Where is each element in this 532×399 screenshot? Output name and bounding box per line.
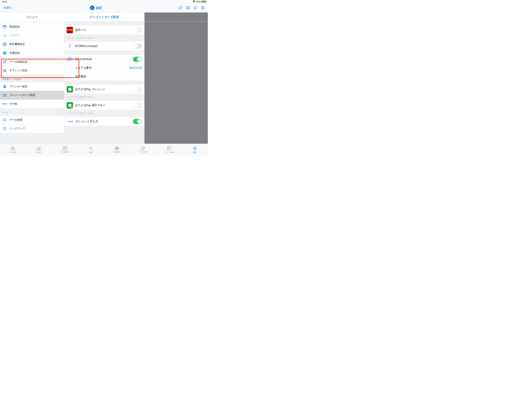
row-label: 楽天ペイ	[75, 28, 133, 32]
svg-rect-24	[4, 85, 5, 86]
nav-dropdown-label: 未選択	[3, 6, 11, 9]
row-stera-type[interactable]: 決済種別 ›	[64, 72, 144, 81]
svg-rect-48	[141, 148, 143, 150]
nav-dropdown[interactable]: 未選択 ⌄	[3, 6, 14, 9]
menu-item-option[interactable]: オプション設定 ›	[0, 66, 64, 75]
grid-icon	[2, 51, 7, 55]
menu-label: 会員設定	[9, 34, 62, 37]
tab-sales[interactable]: 販売業務	[0, 144, 26, 156]
menu-item-other[interactable]: ••• その他 ›	[0, 100, 64, 109]
menu-label: 商品設定	[9, 25, 61, 28]
tab-presale[interactable]: 仮販売	[26, 144, 52, 156]
toggle-rakuten[interactable]	[133, 27, 142, 32]
menu-item-member: 会員設定	[0, 31, 64, 40]
bell-icon[interactable]	[194, 6, 197, 10]
svg-rect-13	[3, 52, 4, 53]
battery-percent: 100%	[196, 1, 201, 3]
presale-icon	[36, 146, 42, 151]
otegaru-em-icon: EM	[66, 102, 73, 109]
column-headers: メニュー クレジットカード設定	[0, 12, 208, 21]
user-icon	[2, 34, 7, 37]
svg-rect-44	[115, 147, 117, 148]
tab-label: マスター情報	[163, 151, 174, 154]
row-label: クレジット手入力	[76, 119, 133, 123]
wifi-icon	[193, 1, 195, 3]
type-label: 決済種別	[75, 75, 86, 78]
book-icon	[63, 146, 67, 150]
rakuten-icon: R Pay	[66, 27, 73, 33]
tab-settlement[interactable]: 精算	[78, 144, 104, 156]
box-icon	[2, 25, 7, 29]
svg-rect-15	[3, 53, 4, 54]
chevron-right-icon: ›	[61, 43, 62, 46]
menu-label: その他	[9, 102, 61, 106]
tab-label: 精算	[89, 151, 93, 154]
menu-group-data: データ	[0, 109, 64, 116]
refresh-icon[interactable]	[179, 6, 182, 10]
menu-item-backup[interactable]: バックアップ ›	[0, 124, 64, 133]
menu-item-printer[interactable]: プリンター設定 ›	[0, 82, 64, 91]
menu-item-credit[interactable]: クレジットカード設定 ›	[0, 91, 64, 100]
tab-label: 取引履歴	[61, 151, 69, 153]
menu-item-stock[interactable]: 在庫設定 ›	[0, 49, 64, 58]
svg-rect-14	[5, 52, 6, 53]
chevron-right-icon: ›	[61, 69, 62, 72]
serial-value: 0KB21153	[129, 66, 142, 70]
register-icon	[10, 146, 16, 151]
menu-item-datamgmt[interactable]: データ管理 ›	[0, 116, 64, 124]
chevron-right-icon: ›	[61, 85, 62, 88]
nav-title: 設定	[96, 6, 102, 10]
collect-icon	[141, 146, 145, 150]
column-header-detail: クレジットカード設定	[64, 12, 145, 21]
svg-rect-47	[117, 149, 119, 150]
menu-item-datacollect[interactable]: データ収集設定 ›	[0, 57, 64, 66]
svg-rect-28	[68, 57, 71, 59]
chevron-right-icon: ›	[61, 60, 62, 63]
toggle-otegaru-credit[interactable]	[133, 87, 142, 92]
otegaru-credit-icon	[66, 86, 73, 92]
row-label: stera terminal	[75, 58, 133, 61]
chevron-right-icon: ›	[61, 102, 62, 106]
note-otegaru-credit: インストールされていません。	[64, 94, 144, 99]
svg-rect-45	[117, 147, 119, 148]
menu-label: クレジットカード設定	[9, 94, 61, 97]
row-label: おてがるPay 電子マネー	[75, 103, 133, 107]
help-icon[interactable]	[201, 6, 205, 10]
svg-rect-16	[5, 53, 6, 54]
toggle-coiney[interactable]	[133, 43, 142, 49]
menu-item-history[interactable]: 取引履歴設定 ›	[0, 40, 64, 49]
chevron-right-icon: ›	[61, 25, 62, 28]
menu-pane: 商品設定 › 会員設定 取引履歴設定 › 在庫設定 › データ収集設定 › オプ…	[0, 22, 64, 144]
toggle-manual[interactable]	[133, 119, 142, 124]
tab-label: 設定	[193, 151, 197, 154]
panels-icon[interactable]	[186, 6, 190, 10]
menu-group-external: 外部機器・外部連携	[0, 75, 64, 82]
toggle-otegaru-em[interactable]	[133, 103, 142, 108]
tab-master[interactable]: マスター情報	[156, 144, 182, 156]
printer-icon	[2, 85, 7, 89]
svg-point-43	[89, 147, 91, 149]
svg-rect-17	[3, 61, 5, 63]
tab-history[interactable]: 取引履歴	[52, 144, 78, 156]
row-stera-serial[interactable]: シリアル番号 0KB21153	[64, 64, 144, 72]
svg-point-50	[194, 148, 196, 149]
chevron-down-icon: ⌄	[12, 7, 13, 9]
tab-label: データ収集	[138, 151, 147, 153]
tab-bar: 販売業務 仮販売 取引履歴 精算 在庫管理 データ収集 マスター情報 設定	[0, 144, 208, 156]
row-otegaru-em: EM おてがるPay 電子マネー	[64, 101, 144, 110]
nav-bar: 未選択 ⌄ 1 設定	[0, 3, 208, 13]
key-icon	[89, 146, 93, 151]
tab-settings[interactable]: 設定	[182, 144, 208, 156]
chevron-right-icon: ›	[61, 51, 62, 55]
row-stera: CAT/CCT stera terminal	[64, 55, 144, 64]
tab-datacollect[interactable]: データ収集	[130, 144, 156, 156]
svg-rect-26	[3, 94, 6, 96]
row-otegaru-credit: おてがるPay クレジット	[64, 85, 144, 94]
tab-label: 在庫管理	[113, 151, 121, 153]
menu-item-product[interactable]: 商品設定 ›	[0, 22, 64, 31]
tab-stock[interactable]: 在庫管理	[104, 144, 130, 156]
svg-rect-32	[11, 148, 15, 150]
menu-label: オプション設定	[9, 69, 61, 72]
toggle-stera[interactable]	[133, 57, 142, 62]
row-rakuten: R Pay 楽天ペイ	[64, 25, 144, 35]
